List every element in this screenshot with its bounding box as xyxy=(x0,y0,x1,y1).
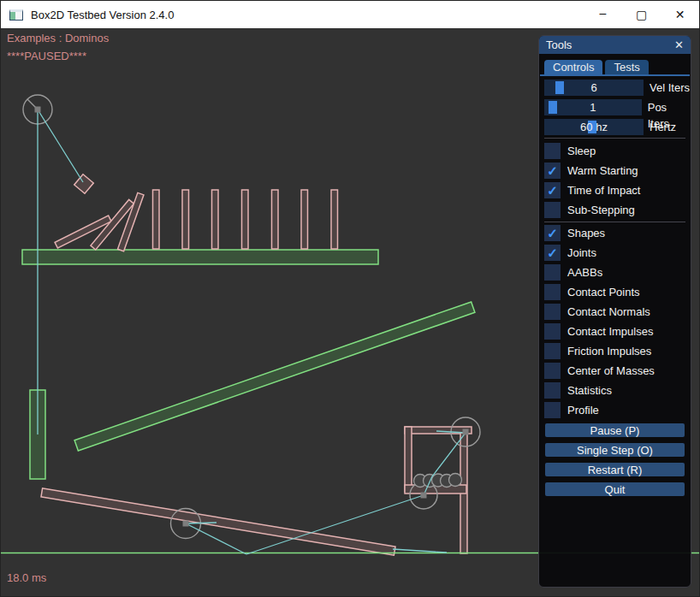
joint-pendulum xyxy=(38,109,83,182)
close-button[interactable]: ✕ xyxy=(661,1,699,28)
joint-anchors xyxy=(35,107,469,527)
checkbox-label: Time of Impact xyxy=(567,184,640,197)
anchor-point xyxy=(421,493,427,499)
vel-iters-label: Vel Iters xyxy=(650,80,690,96)
app-window: Box2D Testbed Version 2.4.0 – ▢ ✕ xyxy=(0,0,700,597)
seesaw-plank xyxy=(41,488,395,555)
checkbox-box: ✓ xyxy=(544,304,561,320)
pos-iters-label: Pos Iters xyxy=(648,99,691,115)
checkbox-box: ✓ xyxy=(544,284,561,300)
shelf-balls xyxy=(414,474,462,488)
close-icon: ✕ xyxy=(675,9,685,21)
tab-underline xyxy=(540,74,690,76)
domino xyxy=(242,190,249,249)
checkbox-time-of-impact[interactable]: ✓ Time of Impact xyxy=(544,182,640,198)
checkbox-label: Warm Starting xyxy=(567,164,638,177)
checkbox-label: Joints xyxy=(567,246,596,259)
joint-along-ground xyxy=(393,549,447,553)
single-step-button[interactable]: Single Step (O) xyxy=(545,443,685,457)
domino xyxy=(212,190,219,249)
checkbox-box: ✓ xyxy=(544,363,561,379)
hertz-slider[interactable]: 60 hz Hertz xyxy=(544,119,676,135)
checkbox-label: Profile xyxy=(567,404,599,417)
check-icon: ✓ xyxy=(547,246,558,259)
checkbox-warm-starting[interactable]: ✓ Warm Starting xyxy=(544,163,638,179)
checkbox-label: Sub-Stepping xyxy=(567,204,635,216)
checkbox-box: ✓ xyxy=(544,182,561,198)
checkbox-label: Sleep xyxy=(567,145,596,157)
vel-iters-slider[interactable]: 6 Vel Iters xyxy=(544,80,690,96)
checkbox-label: Contact Normals xyxy=(567,305,650,318)
anchor-point xyxy=(183,521,189,527)
checkbox-statistics[interactable]: ✓ Statistics xyxy=(544,382,612,399)
frame-time-label: 18.0 ms xyxy=(7,571,46,584)
maximize-icon: ▢ xyxy=(636,9,647,21)
tab-bar: Controls Tests xyxy=(544,60,649,74)
checkbox-box: ✓ xyxy=(544,264,561,281)
tools-close-icon[interactable]: ✕ xyxy=(674,38,684,51)
check-icon: ✓ xyxy=(547,164,558,177)
separator xyxy=(544,222,685,222)
paused-label: ****PAUSED**** xyxy=(7,50,86,62)
hertz-track[interactable]: 60 hz xyxy=(544,119,644,135)
quit-button[interactable]: Quit xyxy=(545,482,685,496)
checkbox-box: ✓ xyxy=(544,225,561,241)
tools-titlebar[interactable]: Tools ✕ xyxy=(539,36,691,54)
checkbox-label: AABBs xyxy=(567,266,602,279)
checkbox-box: ✓ xyxy=(544,202,561,218)
ball xyxy=(449,474,462,487)
checkbox-friction-impulses[interactable]: ✓ Friction Impulses xyxy=(544,343,651,359)
tab-tests[interactable]: Tests xyxy=(605,60,648,74)
domino xyxy=(301,190,308,249)
checkbox-box: ✓ xyxy=(544,402,561,418)
checkbox-label: Friction Impulses xyxy=(567,345,651,358)
checkbox-box: ✓ xyxy=(544,382,561,399)
domino xyxy=(153,190,160,249)
checkbox-box: ✓ xyxy=(544,163,561,179)
checkbox-label: Statistics xyxy=(567,384,612,397)
vel-iters-track[interactable]: 6 xyxy=(544,80,644,96)
checkbox-label: Contact Impulses xyxy=(567,325,653,338)
os-titlebar: Box2D Testbed Version 2.4.0 – ▢ ✕ xyxy=(1,1,699,28)
app-icon xyxy=(9,9,23,21)
checkbox-contact-normals[interactable]: ✓ Contact Normals xyxy=(544,304,650,320)
checkbox-label: Contact Points xyxy=(567,286,640,298)
checkbox-shapes[interactable]: ✓ Shapes xyxy=(544,225,605,241)
restart-button[interactable]: Restart (R) xyxy=(545,463,685,476)
pos-iters-track[interactable]: 1 xyxy=(544,99,642,115)
checkbox-contact-points[interactable]: ✓ Contact Points xyxy=(544,284,640,300)
domino xyxy=(272,190,279,249)
tools-title: Tools xyxy=(546,38,572,51)
checkbox-sleep[interactable]: ✓ Sleep xyxy=(544,143,596,159)
separator xyxy=(544,138,685,139)
maximize-button[interactable]: ▢ xyxy=(622,1,661,28)
check-icon: ✓ xyxy=(547,184,558,197)
checkbox-box: ✓ xyxy=(544,245,561,261)
checkbox-box: ✓ xyxy=(544,343,561,359)
checkbox-center-of-masses[interactable]: ✓ Center of Masses xyxy=(544,363,655,379)
hertz-value: 60 hz xyxy=(544,119,644,135)
minimize-icon: – xyxy=(600,7,607,19)
checkbox-box: ✓ xyxy=(544,323,561,340)
checkbox-profile[interactable]: ✓ Profile xyxy=(544,402,599,418)
pos-iters-slider[interactable]: 1 Pos Iters xyxy=(544,99,691,115)
checkbox-sub-stepping[interactable]: ✓ Sub-Stepping xyxy=(544,202,635,218)
tab-controls[interactable]: Controls xyxy=(544,60,602,74)
minimize-button[interactable]: – xyxy=(584,1,622,28)
domino xyxy=(331,190,338,249)
dynamic-bodies xyxy=(41,174,472,555)
checkbox-contact-impulses[interactable]: ✓ Contact Impulses xyxy=(544,323,653,340)
checkbox-aabbs[interactable]: ✓ AABBs xyxy=(544,264,602,281)
pause-button[interactable]: Pause (P) xyxy=(545,423,685,437)
anchor-point xyxy=(35,107,41,113)
pos-iters-value: 1 xyxy=(544,99,642,115)
check-icon: ✓ xyxy=(547,227,558,239)
example-label: Examples : Dominos xyxy=(7,32,109,44)
pendulum-bob xyxy=(74,174,94,194)
checkbox-label: Center of Masses xyxy=(567,364,655,377)
hertz-label: Hertz xyxy=(650,119,676,135)
checkbox-joints[interactable]: ✓ Joints xyxy=(544,245,596,261)
cart-left-post xyxy=(405,427,412,492)
checkbox-label: Shapes xyxy=(567,227,605,239)
window-controls: – ▢ ✕ xyxy=(584,1,699,28)
